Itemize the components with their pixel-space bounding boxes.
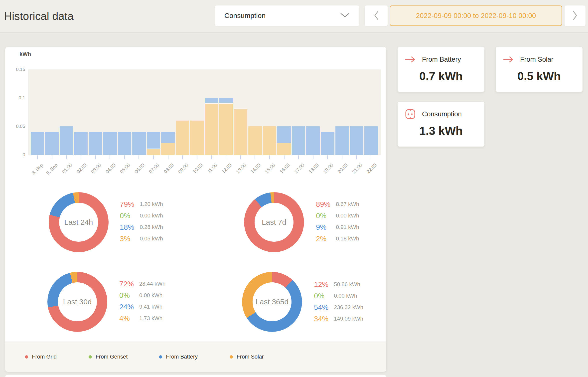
x-tick-label: 12:00 — [221, 162, 233, 175]
consumption-chart-card: kWh 0.150.10.050 8. Sep9. Sep01:0002:000… — [5, 47, 386, 372]
page-title: Historical data — [4, 10, 74, 22]
stat-percent: 0% — [316, 212, 336, 220]
bar-9-sep[interactable] — [45, 69, 59, 155]
bar-segment-solar — [161, 143, 175, 155]
stat-percent: 0% — [314, 292, 334, 300]
legend-dot-icon — [230, 355, 233, 359]
card-head: From Solar — [503, 54, 554, 64]
bar-segment-battery — [74, 132, 88, 155]
bar-22-00[interactable] — [364, 69, 378, 155]
stat-percent: 34% — [314, 315, 334, 323]
donut-hole: Last 24h — [59, 203, 98, 242]
x-axis-tick — [298, 155, 299, 159]
stat-kwh: 50.86 kWh — [334, 281, 360, 288]
donut-center-label: Last 7d — [262, 218, 286, 226]
bar-17-00[interactable] — [292, 69, 305, 155]
from-solar-card: From Solar 0.5 kWh — [496, 47, 583, 92]
x-axis-tick — [153, 155, 154, 159]
x-tick-label: 18:00 — [308, 162, 320, 175]
stat-kwh: 0.28 kWh — [140, 224, 163, 230]
bar-segment-battery — [219, 98, 233, 104]
x-axis-tick — [37, 155, 38, 159]
donut-stat-row-from-genset: 0%0.00 kWh — [316, 210, 359, 221]
donut-hole: Last 365d — [253, 282, 292, 321]
card-value: 0.7 kWh — [398, 69, 484, 83]
x-tick-label: 14:00 — [250, 162, 262, 175]
legend-label: From Grid — [32, 354, 57, 360]
x-axis-tick — [66, 155, 67, 159]
prev-date-button[interactable] — [365, 5, 388, 26]
x-tick-label: 05:00 — [119, 162, 131, 175]
donut-stat-row-from-solar: 3%0.05 kWh — [120, 233, 163, 244]
donut-stat-row-from-genset: 0%0.00 kWh — [120, 210, 163, 221]
stat-kwh: 1.73 kWh — [139, 315, 162, 322]
x-axis-tick — [110, 155, 110, 159]
bar-20-00[interactable] — [335, 69, 349, 155]
card-value: 1.3 kWh — [398, 124, 484, 138]
legend-item-from-grid[interactable]: From Grid — [25, 342, 57, 372]
donut-chart-last-24h[interactable]: Last 24h — [49, 192, 109, 252]
stat-percent: 3% — [120, 235, 140, 243]
card-label: From Battery — [422, 56, 461, 63]
donut-chart-last-365d[interactable]: Last 365d — [242, 272, 302, 332]
bar-8-sep[interactable] — [31, 69, 44, 155]
bar-segment-solar — [263, 126, 276, 155]
x-tick-label: 09:00 — [177, 162, 189, 175]
stat-kwh: 0.00 kWh — [336, 212, 359, 219]
bar-08-00[interactable] — [161, 69, 175, 155]
metric-select[interactable]: Consumption — [215, 5, 359, 26]
legend-item-from-genset[interactable]: From Genset — [89, 342, 128, 372]
stat-percent: 0% — [119, 291, 139, 300]
arrow-right-icon — [503, 54, 514, 64]
x-tick-label: 16:00 — [279, 162, 291, 175]
bar-14-00[interactable] — [248, 69, 262, 155]
bar-12-00[interactable] — [219, 69, 233, 155]
bar-05-00[interactable] — [118, 69, 131, 155]
bar-segment-solar — [234, 109, 247, 155]
donut-stat-row-from-solar: 4%1.73 kWh — [119, 313, 165, 324]
x-axis-tick — [211, 155, 212, 159]
date-range-button[interactable]: 2022-09-09 00:00 to 2022-09-10 00:00 — [390, 5, 562, 26]
x-axis-tick — [226, 155, 226, 159]
bar-16-00[interactable] — [277, 69, 291, 155]
bar-chart-plot — [28, 69, 381, 155]
bar-09-00[interactable] — [176, 69, 189, 155]
x-tick-label: 9. Sep — [45, 162, 59, 176]
legend-item-from-battery[interactable]: From Battery — [159, 342, 198, 372]
stat-kwh: 0.05 kWh — [140, 235, 163, 242]
bar-18-00[interactable] — [306, 69, 320, 155]
donut-chart-last-30d[interactable]: Last 30d — [47, 272, 107, 332]
bar-10-00[interactable] — [190, 69, 204, 155]
bar-06-00[interactable] — [132, 69, 146, 155]
x-tick-label: 10:00 — [192, 162, 204, 175]
bar-07-00[interactable] — [147, 69, 160, 155]
bar-15-00[interactable] — [263, 69, 276, 155]
donut-stat-row-from-grid: 72%28.44 kWh — [119, 278, 165, 290]
bar-03-00[interactable] — [89, 69, 102, 155]
bar-segment-battery — [205, 98, 218, 104]
bar-11-00[interactable] — [205, 69, 218, 155]
x-tick-label: 13:00 — [235, 162, 247, 175]
stat-kwh: 9.41 kWh — [139, 304, 162, 310]
bar-segment-battery — [103, 132, 117, 155]
bar-01-00[interactable] — [60, 69, 73, 155]
donut-stat-row-from-battery: 24%9.41 kWh — [119, 301, 165, 313]
bar-13-00[interactable] — [234, 69, 247, 155]
bar-21-00[interactable] — [350, 69, 363, 155]
stat-percent: 4% — [119, 314, 139, 323]
next-date-button[interactable] — [565, 5, 586, 26]
stat-kwh: 0.00 kWh — [140, 212, 163, 219]
donut-chart-last-7d[interactable]: Last 7d — [244, 192, 304, 252]
legend-dot-icon — [159, 355, 162, 359]
consumption-card: Consumption 1.3 kWh — [398, 102, 484, 147]
y-tick-label: 0.15 — [10, 66, 25, 72]
legend-item-from-solar[interactable]: From Solar — [230, 342, 264, 372]
bar-19-00[interactable] — [321, 69, 334, 155]
bar-segment-solar — [219, 104, 233, 155]
y-tick-label: 0.1 — [10, 95, 25, 101]
bar-segment-solar — [147, 149, 160, 155]
y-tick-label: 0 — [10, 152, 25, 158]
bar-segment-solar — [205, 104, 218, 155]
bar-02-00[interactable] — [74, 69, 88, 155]
bar-04-00[interactable] — [103, 69, 117, 155]
